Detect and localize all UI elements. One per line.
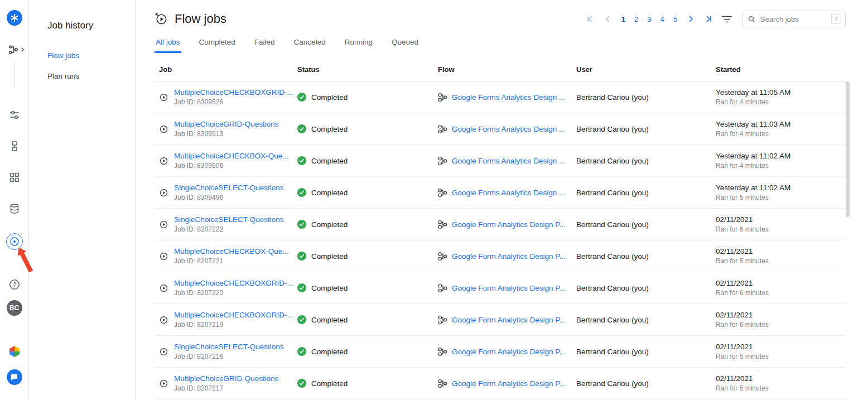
job-name-link[interactable]: SingleChoiceSELECT-Questions <box>174 343 284 351</box>
tab-all-jobs[interactable]: All jobs <box>155 35 181 53</box>
job-name-link[interactable]: MultipleChoiceCHECKBOXGRID-... <box>174 311 293 319</box>
app-logo[interactable] <box>7 10 22 26</box>
job-history-icon[interactable] <box>6 233 23 250</box>
connections-icon[interactable] <box>8 202 21 215</box>
job-name-link[interactable]: MultipleChoiceGRID-Questions <box>174 120 279 128</box>
table-row[interactable]: SingleChoiceSELECT-Questions Job ID: 830… <box>155 177 846 209</box>
job-name-link[interactable]: MultipleChoiceCHECKBOXGRID-... <box>174 279 293 287</box>
svg-text:?: ? <box>12 281 16 288</box>
job-id: Job ID: 8207220 <box>174 289 293 297</box>
flow-link[interactable]: Google Forms Analytics Design ... <box>452 125 565 133</box>
help-icon[interactable]: ? <box>8 278 21 291</box>
table-row[interactable]: MultipleChoiceGRID-Questions Job ID: 830… <box>155 113 846 145</box>
rail-divider <box>14 62 15 86</box>
chat-icon[interactable] <box>7 369 22 385</box>
flow-link[interactable]: Google Form Analytics Design P... <box>452 220 566 229</box>
status-label: Completed <box>311 189 348 197</box>
next-page-button[interactable] <box>686 15 695 23</box>
flow-icon <box>438 93 447 102</box>
flow-link[interactable]: Google Forms Analytics Design ... <box>452 157 565 165</box>
tab-canceled[interactable]: Canceled <box>293 35 327 53</box>
flow-link[interactable]: Google Form Analytics Design P... <box>452 252 566 261</box>
job-name-link[interactable]: SingleChoiceSELECT-Questions <box>174 215 284 224</box>
user-name: Bertrand Cariou (you) <box>572 379 711 388</box>
job-name-link[interactable]: MultipleChoiceGRID-Questions <box>174 374 279 383</box>
status-completed-icon <box>297 315 306 324</box>
app-root: ? BC Job history Flow jobs Plan runs <box>0 0 868 400</box>
flow-link[interactable]: Google Form Analytics Design P... <box>452 284 566 292</box>
flow-icon <box>438 379 447 388</box>
table-row[interactable]: MultipleChoiceCHECKBOX-Que... Job ID: 83… <box>155 145 846 177</box>
user-name: Bertrand Cariou (you) <box>572 348 711 356</box>
first-page-button[interactable] <box>586 15 595 23</box>
status-tabs: All jobs Completed Failed Canceled Runni… <box>155 35 846 53</box>
last-page-button[interactable] <box>704 15 713 23</box>
status-completed-icon <box>297 347 306 356</box>
page-5-button[interactable]: 5 <box>673 15 677 23</box>
started-time: 02/11/2021 <box>716 343 846 351</box>
table-row[interactable]: SingleChoiceSELECT-Questions Job ID: 820… <box>155 336 846 368</box>
table-row[interactable]: MultipleChoiceCHECKBOXGRID-... Job ID: 8… <box>155 304 846 336</box>
page-4-button[interactable]: 4 <box>660 15 664 23</box>
table-row[interactable]: MultipleChoiceGRID-Questions Job ID: 820… <box>155 368 846 399</box>
job-run-icon <box>159 124 168 134</box>
run-duration: Ran for 4 minutes <box>716 98 846 106</box>
flow-link[interactable]: Google Form Analytics Design P... <box>452 348 566 356</box>
run-duration: Ran for 5 minutes <box>716 384 846 392</box>
job-id: Job ID: 8207217 <box>174 384 279 392</box>
page-1-button[interactable]: 1 <box>621 15 625 23</box>
prev-page-button[interactable] <box>604 15 613 23</box>
flow-link[interactable]: Google Forms Analytics Design ... <box>452 93 565 102</box>
chevron-right-icon <box>20 47 25 52</box>
table-body: MultipleChoiceCHECKBOXGRID-... Job ID: 8… <box>155 81 846 399</box>
google-cloud-icon[interactable] <box>8 345 21 358</box>
table-row[interactable]: MultipleChoiceCHECKBOXGRID-... Job ID: 8… <box>155 272 846 304</box>
tab-running[interactable]: Running <box>344 35 374 53</box>
table-row[interactable]: SingleChoiceSELECT-Questions Job ID: 820… <box>155 209 846 240</box>
job-run-icon <box>159 220 168 229</box>
job-name-link[interactable]: SingleChoiceSELECT-Questions <box>174 184 284 192</box>
plans-icon[interactable] <box>8 139 21 153</box>
vertical-scrollbar[interactable] <box>846 81 850 217</box>
sidebar-item-plan-runs[interactable]: Plan runs <box>47 72 135 80</box>
run-duration: Ran for 5 minutes <box>716 194 846 201</box>
page-3-button[interactable]: 3 <box>647 15 651 23</box>
page-2-button[interactable]: 2 <box>634 15 638 23</box>
status-label: Completed <box>311 252 348 261</box>
tab-failed[interactable]: Failed <box>253 35 276 53</box>
status-label: Completed <box>311 125 348 133</box>
job-name-link[interactable]: MultipleChoiceCHECKBOXGRID-... <box>174 88 293 97</box>
templates-icon[interactable] <box>8 171 21 184</box>
flows-nav-icon[interactable] <box>8 44 25 55</box>
job-run-icon <box>159 156 168 166</box>
main-header: Flow jobs 1 2 3 4 5 <box>155 8 846 30</box>
tab-completed[interactable]: Completed <box>198 35 237 53</box>
user-avatar[interactable]: BC <box>7 300 22 316</box>
flow-link[interactable]: Google Form Analytics Design P... <box>452 316 566 324</box>
run-duration: Ran for 5 minutes <box>716 257 846 265</box>
app-logo-glyph <box>10 13 19 22</box>
flow-icon <box>438 156 447 166</box>
job-name-link[interactable]: MultipleChoiceCHECKBOX-Que... <box>174 247 289 256</box>
started-time: 02/11/2021 <box>716 247 846 256</box>
tab-queued[interactable]: Queued <box>390 35 419 53</box>
sidebar-item-flow-jobs[interactable]: Flow jobs <box>47 51 135 60</box>
flow-icon <box>438 124 447 134</box>
status-completed-icon <box>297 379 306 388</box>
table-row[interactable]: MultipleChoiceCHECKBOXGRID-... Job ID: 8… <box>155 81 846 113</box>
job-name-link[interactable]: MultipleChoiceCHECKBOX-Que... <box>174 152 289 160</box>
job-run-icon <box>159 379 168 388</box>
wrangle-icon[interactable] <box>8 108 21 122</box>
search-input[interactable] <box>759 15 828 24</box>
status-completed-icon <box>297 156 306 165</box>
status-label: Completed <box>311 379 348 388</box>
status-completed-icon <box>297 124 306 133</box>
flow-link[interactable]: Google Forms Analytics Design ... <box>452 189 565 197</box>
user-name: Bertrand Cariou (you) <box>572 157 711 165</box>
filter-icon[interactable] <box>722 15 732 23</box>
flow-icon <box>438 315 447 325</box>
flow-link[interactable]: Google Form Analytics Design P... <box>452 379 566 388</box>
table-row[interactable]: MultipleChoiceCHECKBOX-Que... Job ID: 82… <box>155 240 846 272</box>
run-duration: Ran for 4 minutes <box>716 162 846 170</box>
flow-icon <box>438 220 447 229</box>
